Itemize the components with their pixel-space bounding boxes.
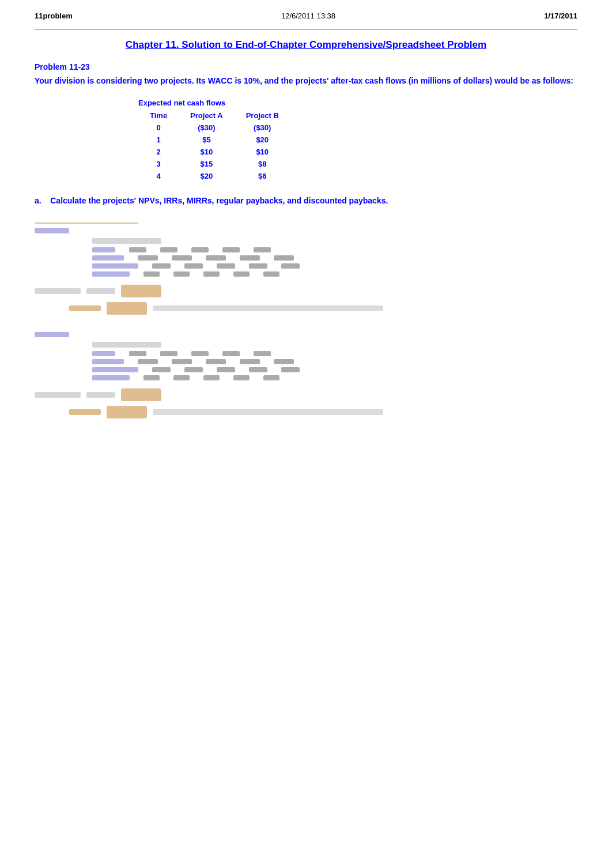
table-row: 4$20$6	[138, 170, 290, 182]
col-project-b: Project B	[235, 110, 290, 122]
project-a-result-row	[69, 302, 577, 315]
blurred-header-1	[92, 238, 161, 244]
table-row: 2$10$10	[138, 146, 290, 158]
cell-row2-col2: $10	[235, 146, 290, 158]
table-row: 1$5$20	[138, 134, 290, 146]
blurred-data-row-1	[92, 247, 577, 252]
chapter-title: Chapter 11. Solution to End-of-Chapter C…	[35, 39, 577, 51]
cell-row4-col2: $6	[235, 170, 290, 182]
blurred-data-area-a	[92, 247, 577, 277]
project-b-result-row	[69, 406, 577, 418]
cell-row4-col1: $20	[179, 170, 235, 182]
blurred-header-2	[92, 342, 161, 348]
cell-row1-col1: $5	[179, 134, 235, 146]
blurred-label-1	[35, 228, 69, 233]
blurred-data-row-3	[92, 263, 577, 269]
cell-row2-col0: 2	[138, 146, 179, 158]
header-divider	[35, 29, 577, 30]
cell-row3-col2: $8	[235, 158, 290, 170]
problem-description: Your division is considering two project…	[35, 75, 577, 87]
blurred-data-row-4	[92, 271, 577, 277]
project-b-npv-row	[35, 388, 577, 401]
cash-flow-table: Time Project A Project B 0($30)($30)1$5$…	[138, 110, 290, 182]
project-a-npv-row	[35, 285, 577, 297]
question-a: a. Calculate the projects' NPVs, IRRs, M…	[35, 196, 577, 205]
cell-row0-col2: ($30)	[235, 122, 290, 134]
header-left: 11problem	[35, 12, 73, 20]
blurred-label-row-1	[35, 228, 577, 233]
table-header-row: Time Project A Project B	[138, 110, 290, 122]
table-row: 0($30)($30)	[138, 122, 290, 134]
cell-row4-col0: 4	[138, 170, 179, 182]
blurred-data-row-b2	[92, 359, 577, 364]
cell-row3-col1: $15	[179, 158, 235, 170]
blurred-data-row-b4	[92, 375, 577, 380]
blurred-label-2	[35, 332, 69, 337]
cell-row1-col0: 1	[138, 134, 179, 146]
col-project-a: Project A	[179, 110, 235, 122]
blurred-data-row-b3	[92, 367, 577, 372]
cell-row3-col0: 3	[138, 158, 179, 170]
cell-row0-col0: 0	[138, 122, 179, 134]
cell-row1-col2: $20	[235, 134, 290, 146]
blurred-data-row-2	[92, 255, 577, 261]
page-header: 11problem 12/6/2011 13:38 1/17/2011	[35, 12, 577, 20]
blurred-label-row-2	[35, 332, 577, 337]
blurred-content-area	[35, 222, 577, 315]
blurred-divider-1	[35, 222, 138, 224]
col-time: Time	[138, 110, 179, 122]
header-center: 12/6/2011 13:38	[281, 12, 335, 20]
cell-row0-col1: ($30)	[179, 122, 235, 134]
table-row: 3$15$8	[138, 158, 290, 170]
page: 11problem 12/6/2011 13:38 1/17/2011 Chap…	[0, 0, 612, 868]
table-header: Expected net cash flows	[138, 99, 577, 107]
blurred-data-row-b1	[92, 351, 577, 356]
problem-label: Problem 11-23	[35, 62, 577, 71]
header-right: 1/17/2011	[544, 12, 577, 20]
cell-row2-col1: $10	[179, 146, 235, 158]
blurred-content-area-b	[35, 332, 577, 418]
cash-flow-table-container: Expected net cash flows Time Project A P…	[138, 99, 577, 182]
question-a-label: a.	[35, 196, 41, 205]
question-a-text: Calculate the projects' NPVs, IRRs, MIRR…	[50, 196, 388, 205]
blurred-data-area-b	[92, 351, 577, 380]
